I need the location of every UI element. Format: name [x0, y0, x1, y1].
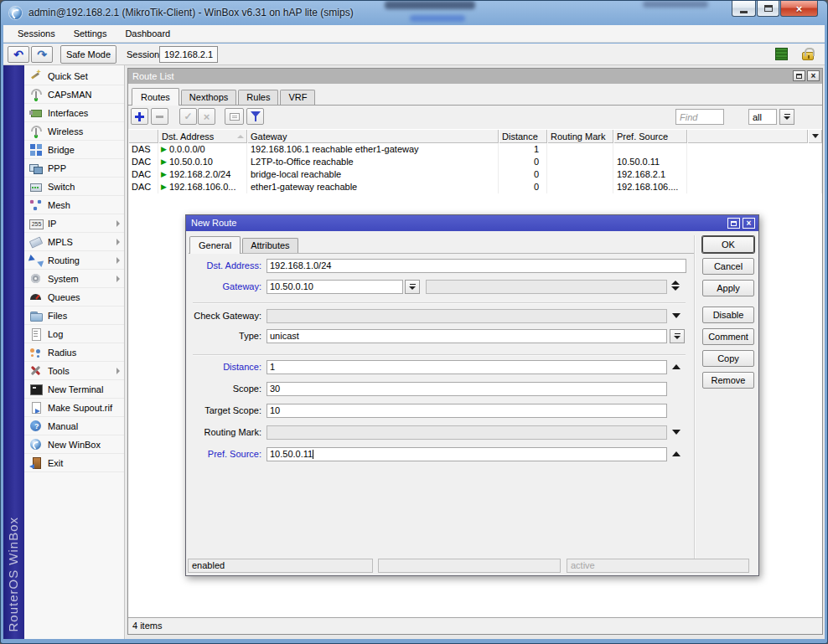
table-row[interactable]: DAC ▶192.168.2.0/24 bridge-local reachab… — [128, 168, 822, 181]
tab-vrf[interactable]: VRF — [280, 90, 315, 105]
sidebar-item-new-terminal[interactable]: New Terminal — [24, 380, 124, 399]
type-dropdown-button[interactable] — [670, 329, 685, 343]
routing-mark-input[interactable] — [267, 425, 667, 440]
gateway-add-remove-toggle[interactable] — [671, 281, 680, 291]
enable-route-button[interactable]: ✓ — [179, 108, 197, 125]
menu-sessions[interactable]: Sessions — [8, 26, 65, 41]
plus-icon — [135, 112, 144, 121]
dropdown-bar-icon — [784, 114, 790, 115]
maximize-button[interactable] — [757, 1, 779, 17]
mesh-icon — [29, 198, 43, 212]
menu-settings[interactable]: Settings — [65, 26, 116, 41]
route-list-close-button[interactable]: × — [807, 70, 820, 81]
sidebar-item-switch[interactable]: Switch — [24, 178, 124, 196]
tab-routes[interactable]: Routes — [132, 88, 179, 106]
filter-scope-dropdown-button[interactable] — [779, 109, 794, 125]
tools-icon — [29, 364, 43, 378]
sidebar-item-mesh[interactable]: Mesh — [24, 196, 124, 214]
sidebar-item-system[interactable]: System — [24, 270, 124, 288]
table-row[interactable]: DAC ▶192.168.106.0... ether1-gateway rea… — [128, 181, 822, 193]
dialog-close-button[interactable]: × — [743, 218, 755, 229]
tab-attributes[interactable]: Attributes — [242, 238, 298, 253]
comment-route-button[interactable] — [225, 108, 244, 125]
disable-button[interactable]: Disable — [702, 307, 754, 323]
column-flags[interactable] — [128, 129, 158, 143]
sidebar: Quick Set CAPsMAN Interfaces Wireless Br… — [24, 65, 125, 639]
gateway-secondary-input[interactable] — [426, 280, 667, 294]
column-selector-button[interactable] — [808, 129, 822, 143]
sidebar-item-mpls[interactable]: MPLS — [24, 233, 124, 251]
sidebar-item-ppp[interactable]: PPP — [24, 159, 124, 178]
tab-general[interactable]: General — [189, 236, 241, 254]
menu-dashboard[interactable]: Dashboard — [116, 26, 179, 41]
distance-input[interactable]: 1 — [267, 360, 667, 374]
cancel-button[interactable]: Cancel — [702, 258, 754, 275]
redo-button[interactable]: ↷ — [31, 46, 53, 63]
table-row[interactable]: DAC ▶10.50.0.10 L2TP-to-Office reachable… — [128, 156, 822, 168]
ok-button[interactable]: OK — [702, 236, 754, 253]
disable-route-button[interactable]: × — [198, 108, 215, 125]
sidebar-item-radius[interactable]: Radius — [24, 343, 124, 362]
route-dst: 192.168.106.0... — [169, 181, 236, 193]
check-gateway-expand-arrow[interactable] — [672, 313, 681, 318]
dialog-maximize-button[interactable] — [727, 218, 740, 229]
sidebar-item-tools[interactable]: Tools — [24, 362, 124, 380]
gateway-input[interactable]: 10.50.0.10 — [267, 280, 403, 294]
comment-button[interactable]: Comment — [702, 328, 754, 345]
routing-mark-expand-arrow[interactable] — [672, 430, 681, 435]
tab-nexthops[interactable]: Nexthops — [181, 90, 236, 105]
column-dst-address[interactable]: Dst. Address — [158, 129, 247, 143]
distance-collapse-arrow[interactable] — [672, 364, 681, 369]
sidebar-item-routing[interactable]: Routing — [24, 251, 124, 270]
sidebar-item-exit[interactable]: Exit — [24, 454, 124, 472]
sidebar-item-quick-set[interactable]: Quick Set — [24, 67, 124, 85]
cross-icon: × — [204, 111, 210, 123]
sidebar-item-ip[interactable]: IP — [24, 214, 124, 233]
table-row[interactable]: DAS ▶0.0.0.0/0 192.168.106.1 reachable e… — [128, 143, 822, 156]
copy-button[interactable]: Copy — [702, 350, 754, 367]
apply-button[interactable]: Apply — [702, 280, 754, 296]
remove-route-button[interactable] — [151, 108, 168, 125]
pref-source-input[interactable]: 10.50.0.11 — [267, 447, 667, 461]
dst-address-input[interactable]: 192.168.1.0/24 — [267, 259, 686, 273]
filter-scope-select[interactable]: all — [748, 109, 777, 125]
target-scope-input[interactable]: 10 — [267, 404, 667, 418]
sidebar-item-capsman[interactable]: CAPsMAN — [24, 85, 124, 104]
filter-button[interactable] — [246, 108, 264, 125]
dialog-title-bar[interactable]: New Route × — [186, 215, 758, 231]
find-input[interactable] — [675, 109, 724, 125]
sidebar-item-interfaces[interactable]: Interfaces — [24, 104, 124, 122]
check-gateway-input[interactable] — [267, 309, 667, 323]
pref-source-collapse-arrow[interactable] — [672, 451, 681, 456]
minimize-button[interactable] — [732, 1, 756, 17]
add-route-button[interactable] — [131, 108, 148, 125]
safe-mode-button[interactable]: Safe Mode — [60, 45, 116, 64]
target-scope-label: Target Scope: — [186, 404, 261, 418]
column-pref-source[interactable]: Pref. Source — [613, 129, 687, 143]
scope-input[interactable]: 30 — [267, 382, 667, 396]
sidebar-item-bridge[interactable]: Bridge — [24, 141, 124, 159]
column-routing-mark[interactable]: Routing Mark — [547, 129, 613, 143]
column-gateway[interactable]: Gateway — [247, 129, 499, 143]
sidebar-item-log[interactable]: Log — [24, 325, 124, 343]
brand-strip: RouterOS WinBox — [3, 65, 24, 639]
sidebar-item-files[interactable]: Files — [24, 307, 124, 325]
undo-button[interactable]: ↶ — [8, 46, 29, 63]
remove-button[interactable]: Remove — [702, 372, 754, 389]
sidebar-item-wireless[interactable]: Wireless — [24, 122, 124, 141]
log-document-icon — [29, 327, 43, 341]
session-field[interactable]: 192.168.2.1 — [159, 46, 218, 63]
gateway-dropdown-button[interactable] — [405, 280, 420, 294]
close-button[interactable]: × — [780, 1, 818, 17]
sidebar-item-make-supout[interactable]: Make Supout.rif — [24, 399, 124, 417]
redo-icon: ↷ — [37, 48, 47, 61]
column-distance[interactable]: Distance — [499, 129, 547, 143]
sidebar-item-new-winbox[interactable]: New WinBox — [24, 435, 124, 454]
sidebar-item-manual[interactable]: Manual — [24, 417, 124, 435]
tab-rules[interactable]: Rules — [238, 90, 278, 105]
route-list-title-bar[interactable]: Route List × — [128, 69, 822, 84]
sidebar-item-queues[interactable]: Queues — [24, 288, 124, 307]
route-list-restore-button[interactable] — [793, 70, 805, 81]
type-input[interactable]: unicast — [267, 329, 667, 343]
manual-help-icon — [29, 420, 43, 433]
